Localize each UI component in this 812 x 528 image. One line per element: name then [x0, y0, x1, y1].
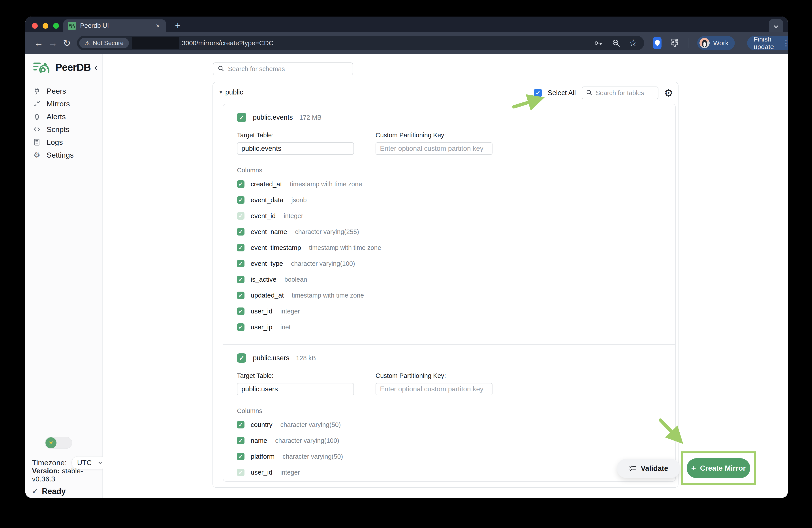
tab-search-chevron-icon[interactable] [769, 19, 783, 34]
tab-title: Peerdb UI [80, 22, 150, 29]
column-checkbox[interactable] [237, 453, 245, 460]
peerdb-favicon-icon [68, 22, 76, 30]
sidebar-item-mirrors[interactable]: Mirrors [25, 97, 102, 110]
column-row: user_id integer [237, 465, 666, 480]
sidebar-collapse-icon[interactable]: ‹ [94, 62, 99, 72]
checkmark-icon: ✓ [32, 487, 38, 496]
url-bar[interactable]: ⚠ Not Secure :3000/mirrors/create?type=C… [77, 36, 644, 50]
schema-search-input[interactable] [228, 65, 349, 73]
search-icon [217, 65, 224, 73]
select-all-label: Select All [548, 89, 576, 97]
column-type: character varying(100) [291, 260, 355, 267]
sidebar-item-scripts[interactable]: Scripts [25, 123, 102, 136]
table-section: public.users 128 kB Target Table: Custom… [223, 344, 675, 482]
column-name: event_id [251, 212, 276, 220]
partition-key-label: Custom Partitioning Key: [376, 372, 493, 380]
column-checkbox[interactable] [237, 469, 245, 476]
table-section: public.events 172 MB Target Table: Custo… [223, 104, 675, 344]
schema-card-header: ▾ public ✓ Select All ⚙ [213, 82, 678, 104]
column-checkbox[interactable] [237, 244, 245, 252]
search-icon [585, 89, 593, 97]
zoom-out-icon[interactable] [611, 39, 621, 48]
sidebar-item-logs[interactable]: Logs [25, 136, 102, 148]
browser-tab[interactable]: Peerdb UI × [63, 19, 166, 32]
table-row: public.events 172 MB [237, 110, 666, 125]
tables-list: public.events 172 MB Target Table: Custo… [223, 104, 675, 482]
column-checkbox[interactable] [237, 308, 245, 315]
reload-icon[interactable]: ↻ [60, 36, 74, 50]
schema-expander[interactable]: ▾ public [220, 88, 243, 96]
column-checkbox[interactable] [237, 276, 245, 283]
column-checkbox[interactable] [237, 323, 245, 331]
new-tab-button[interactable]: + [173, 20, 183, 30]
password-key-icon[interactable] [594, 39, 603, 48]
column-checkbox[interactable] [237, 196, 245, 204]
table-checkbox[interactable] [237, 353, 246, 363]
columns-label: Columns [237, 167, 666, 174]
column-type: timestamp with time zone [309, 244, 381, 252]
profile-label: Work [713, 39, 728, 47]
table-search-input[interactable] [596, 89, 654, 97]
select-all-checkbox[interactable]: ✓ [534, 89, 542, 97]
table-checkbox[interactable] [237, 113, 246, 122]
maximize-window-button[interactable] [53, 23, 59, 29]
column-checkbox[interactable] [237, 260, 245, 267]
not-secure-chip[interactable]: ⚠ Not Secure [79, 38, 129, 48]
finish-update-button[interactable]: Finish update ⋮ [747, 36, 788, 50]
close-window-button[interactable] [32, 23, 38, 29]
minimize-window-button[interactable] [43, 23, 48, 29]
schema-search [213, 62, 353, 75]
column-checkbox[interactable] [237, 228, 245, 236]
kebab-menu-icon[interactable]: ⋮ [782, 39, 788, 47]
browser-toolbar: ← → ↻ ⚠ Not Secure :3000/mirrors/create?… [25, 32, 788, 54]
sidebar-item-settings[interactable]: ⚙ Settings [25, 148, 102, 161]
table-row: public.users 128 kB [237, 351, 666, 365]
brand-row: PeerDB ‹ [25, 54, 102, 74]
sidebar: PeerDB ‹ Peers Mirrors Alerts S [25, 54, 103, 498]
column-type: integer [280, 469, 300, 476]
bookmark-star-icon[interactable]: ☆ [629, 39, 637, 48]
version-label: Version: [32, 467, 60, 475]
sidebar-item-peers[interactable]: Peers [25, 85, 102, 97]
profile-button[interactable]: Work [697, 36, 735, 50]
column-checkbox[interactable] [237, 212, 245, 220]
column-type: character varying(100) [275, 437, 339, 444]
target-table-field: Target Table: [237, 372, 354, 395]
column-row: user_ip inet [237, 319, 666, 335]
sidebar-item-label: Scripts [46, 125, 70, 134]
target-table-input[interactable] [237, 383, 354, 395]
mirror-create-content: ▾ public ✓ Select All ⚙ [103, 54, 788, 498]
columns-list: country character varying(50) name chara… [237, 417, 666, 480]
log-sheet-icon [33, 138, 41, 146]
target-table-input[interactable] [237, 142, 354, 155]
version-row: Version: stable-v0.36.3 [32, 467, 102, 483]
target-table-field: Target Table: [237, 131, 354, 155]
sidebar-item-alerts[interactable]: Alerts [25, 110, 102, 123]
column-checkbox[interactable] [237, 421, 245, 428]
validate-label: Validate [641, 464, 668, 473]
table-size: 172 MB [300, 114, 321, 121]
column-type: integer [284, 212, 303, 220]
partition-key-input[interactable] [376, 142, 493, 155]
partition-key-input[interactable] [376, 383, 493, 395]
column-checkbox[interactable] [237, 180, 245, 188]
mirror-arrows-icon [33, 100, 41, 108]
theme-toggle[interactable]: ☀ [45, 437, 72, 449]
forward-icon[interactable]: → [46, 36, 60, 50]
create-mirror-button[interactable]: + Create Mirror [687, 458, 750, 478]
table-name: public.users [253, 354, 289, 362]
validate-button[interactable]: Validate [617, 459, 680, 478]
tab-close-icon[interactable]: × [154, 22, 161, 30]
column-checkbox[interactable] [237, 291, 245, 299]
create-mirror-highlight-box: + Create Mirror [681, 452, 756, 485]
column-row: event_name character varying(255) [237, 224, 666, 240]
bell-icon [33, 113, 41, 120]
column-checkbox[interactable] [237, 437, 245, 444]
bitwarden-shield-icon[interactable] [653, 37, 662, 49]
partition-key-field: Custom Partitioning Key: [376, 372, 493, 395]
schema-name: public [225, 88, 243, 96]
table-settings-gear-icon[interactable]: ⚙ [664, 88, 673, 98]
extensions-puzzle-icon[interactable] [669, 38, 679, 48]
column-row: updated_at timestamp with time zone [237, 287, 666, 303]
back-icon[interactable]: ← [31, 36, 46, 50]
